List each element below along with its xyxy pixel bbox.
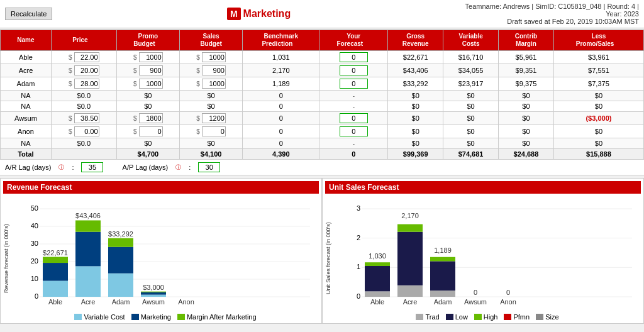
cell-contrib: $0 xyxy=(499,112,554,125)
cell-promo: $ xyxy=(116,125,179,138)
cell-bench: 0 xyxy=(243,112,319,125)
cell-sales: $ xyxy=(179,51,242,64)
sales-input[interactable] xyxy=(202,113,226,123)
total-promo: $4,700 xyxy=(116,149,179,160)
svg-text:Able: Able xyxy=(48,298,62,306)
table-row: Anon$ $ $ 0$0$0$0$0 xyxy=(1,125,644,138)
cell-var: $23,917 xyxy=(443,77,499,91)
sales-input[interactable] xyxy=(202,52,226,62)
legend-item: Margin After Marketing xyxy=(177,313,257,321)
cell-contrib: $9,351 xyxy=(499,64,554,77)
cell-sales: $0 xyxy=(179,91,242,101)
charts-area: Revenue Forecast Revenue forecast (in 00… xyxy=(0,178,644,324)
svg-text:Able: Able xyxy=(370,298,384,306)
unit-svg: 01231,030Able2,170Acre1,189Adam0Awsum0An… xyxy=(334,196,641,309)
cell-gross: $0 xyxy=(388,112,443,125)
cell-sales: $0 xyxy=(179,101,242,112)
svg-rect-44 xyxy=(365,266,390,291)
cell-var: $34,055 xyxy=(443,64,499,77)
forecast-input[interactable] xyxy=(340,126,368,136)
cell-less: $7,551 xyxy=(553,64,643,77)
recalculate-button[interactable]: Recalculate xyxy=(5,8,52,20)
revenue-chart-wrap: Revenue forecast (in 000's) 01020304050$… xyxy=(3,196,319,321)
unit-chart-wrap: Unit Sales forecast (in 000's) 01231,030… xyxy=(325,196,641,321)
forecast-input[interactable] xyxy=(340,65,368,75)
legend-item: Pfmn xyxy=(504,313,530,321)
cell-gross: $22,671 xyxy=(388,51,443,64)
svg-rect-13 xyxy=(43,263,68,281)
table-row: Able$ $ $ 1,031$22,671$16,710$5,961$3,96… xyxy=(1,51,644,64)
cell-name: Able xyxy=(1,51,52,64)
forecast-input[interactable] xyxy=(340,113,368,123)
svg-rect-24 xyxy=(108,238,133,247)
svg-text:Acre: Acre xyxy=(81,298,96,306)
price-input[interactable] xyxy=(74,52,99,62)
sales-input[interactable] xyxy=(202,79,226,89)
promo-input[interactable] xyxy=(139,65,163,75)
cell-bench: 0 xyxy=(243,91,319,101)
svg-text:3: 3 xyxy=(357,204,360,212)
svg-text:40: 40 xyxy=(31,222,38,230)
total-contrib: $24,688 xyxy=(499,149,554,160)
total-gross: $99,369 xyxy=(388,149,443,160)
svg-text:Acre: Acre xyxy=(403,298,418,306)
less-info-icon[interactable]: ⓘ xyxy=(616,41,621,47)
ar-info-icon[interactable]: ⓘ xyxy=(58,163,64,172)
cell-forecast xyxy=(319,77,388,91)
forecast-input[interactable] xyxy=(340,52,368,62)
cell-gross: $0 xyxy=(388,101,443,112)
promo-input[interactable] xyxy=(139,52,163,62)
table-row: NA$0.0$0$00-$0$0$0$0 xyxy=(1,138,644,149)
promo-input[interactable] xyxy=(139,126,163,136)
logo-text: Marketing xyxy=(243,8,291,19)
price-input[interactable] xyxy=(74,65,99,75)
svg-rect-22 xyxy=(108,274,133,297)
ap-info-icon[interactable]: ⓘ xyxy=(175,163,181,172)
unit-chart-title: Unit Sales Forecast xyxy=(325,181,641,194)
page-header: Recalculate M Marketing Teamname: Andrew… xyxy=(0,0,644,28)
cell-forecast xyxy=(319,125,388,138)
legend-item: Low xyxy=(446,313,468,321)
price-input[interactable] xyxy=(74,113,99,123)
revenue-chart-inner: 01020304050$22,671Able$43,406Acre$33,292… xyxy=(12,196,319,321)
svg-text:Anon: Anon xyxy=(178,298,194,306)
sales-input[interactable] xyxy=(202,65,226,75)
col-price: Price ⓘ xyxy=(51,30,116,51)
total-label: Total xyxy=(1,149,52,160)
col-your-forecast: YourForecast ⓘ xyxy=(319,30,388,51)
ap-lag-input[interactable] xyxy=(198,162,220,172)
cell-less: $7,375 xyxy=(553,77,643,91)
cell-contrib: $5,961 xyxy=(499,51,554,64)
legend-item: High xyxy=(474,313,498,321)
col-gross-revenue: GrossRevenue xyxy=(388,30,443,51)
promo-info-icon[interactable]: ⓘ xyxy=(157,41,162,47)
forecast-info-icon[interactable]: ⓘ xyxy=(365,41,370,47)
cell-name: Awsum xyxy=(1,112,52,125)
cell-gross: $0 xyxy=(388,125,443,138)
svg-text:10: 10 xyxy=(31,275,38,282)
price-input[interactable] xyxy=(74,126,99,136)
svg-rect-19 xyxy=(75,220,101,231)
bench-info-icon[interactable]: ⓘ xyxy=(294,41,300,47)
cell-less: $0 xyxy=(553,91,643,101)
cell-price: $0.0 xyxy=(51,138,116,149)
promo-input[interactable] xyxy=(139,79,163,89)
price-info-icon[interactable]: ⓘ xyxy=(89,37,95,43)
price-input[interactable] xyxy=(74,79,99,89)
main-data-table: Name Price ⓘ PromoBudget ⓘ SalesBudget B… xyxy=(0,30,644,160)
col-name: Name xyxy=(1,30,52,51)
sales-input[interactable] xyxy=(202,126,226,136)
cell-name: Anon xyxy=(1,125,52,138)
svg-rect-43 xyxy=(365,291,390,297)
cell-contrib: $0 xyxy=(499,101,554,112)
ar-lag-input[interactable] xyxy=(81,162,103,172)
total-bench: 4,390 xyxy=(243,149,319,160)
legend-item: Size xyxy=(536,313,558,321)
legend-item: Marketing xyxy=(131,313,171,321)
svg-text:Adam: Adam xyxy=(434,298,452,306)
svg-text:$22,671: $22,671 xyxy=(43,249,68,257)
promo-input[interactable] xyxy=(139,113,163,123)
total-var: $74,681 xyxy=(443,149,499,160)
forecast-input[interactable] xyxy=(340,79,368,89)
svg-rect-14 xyxy=(43,257,68,263)
